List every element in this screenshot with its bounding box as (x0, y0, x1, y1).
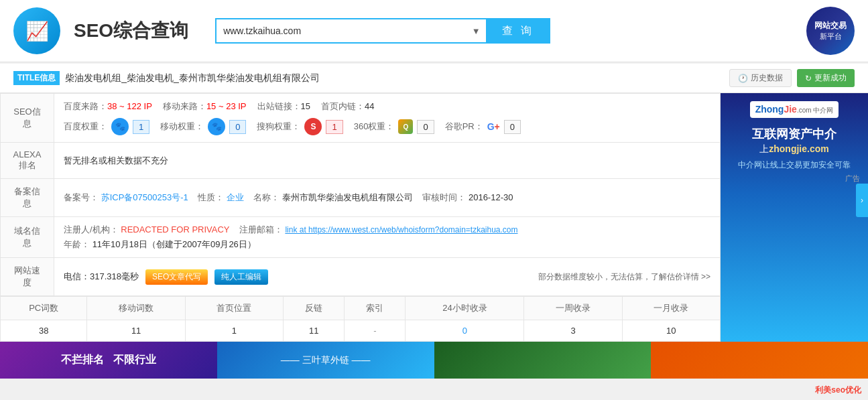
beian-num-link[interactable]: 苏ICP备07500253号-1 (101, 192, 188, 202)
title-actions: 🕐 历史数据 ↻ 更新成功 (729, 69, 855, 87)
search-input[interactable] (215, 18, 467, 44)
speed-row-inner: 电信：317.318毫秒 SEO文章代写 纯人工编辑 部分数据维度较小，无法估算… (64, 269, 710, 285)
seo-line1: 百度来路：38 ~ 122 IP 移动来路：15 ~ 23 IP 出站链接：15… (64, 101, 710, 113)
search-button[interactable]: 查 询 (486, 18, 550, 44)
ad-label: 广告 (729, 174, 860, 184)
audit-label: 审核时间： (422, 192, 466, 202)
mobile-icon: 🐾 (208, 118, 225, 135)
baidu-weight-value: 1 (133, 120, 149, 134)
stats-header-month: 一月收录 (622, 297, 720, 320)
banner1[interactable]: 不拦排名 不限行业 (0, 342, 217, 379)
domain-line2: 年龄： 11年10月18日（创建于2007年09月26日） (64, 239, 710, 251)
weight360-icon: Q (398, 119, 413, 134)
search-dropdown[interactable]: ▼ (467, 18, 486, 44)
left-content: SEO信息 百度来路：38 ~ 122 IP 移动来路：15 ~ 23 IP 出… (0, 93, 721, 342)
stats-header-pos: 首页位置 (185, 297, 283, 320)
banner4[interactable] (651, 342, 868, 379)
audit-date: 2016-12-30 (469, 192, 513, 202)
refresh-icon: ↻ (805, 74, 812, 83)
mobile-flow-label: 移动来路：15 ~ 23 IP (163, 101, 247, 113)
beian-name: 泰州市凯华柴油发电机组有限公司 (282, 192, 413, 202)
stats-header-backlink: 反链 (284, 297, 345, 320)
baidu-weight-group: 百度权重： 🐾 1 (64, 118, 149, 135)
search-area: ▼ 查 询 (215, 18, 550, 44)
stats-header-mobile: 移动词数 (87, 297, 185, 320)
speed-content: 电信：317.318毫秒 SEO文章代写 纯人工编辑 部分数据维度较小，无法估算… (54, 258, 721, 296)
alexa-row: ALEXA排名 暂无排名或相关数据不充分 (1, 143, 721, 179)
sogou-weight-value: 1 (326, 120, 343, 134)
beian-label: 备案信息 (1, 179, 54, 217)
mobile-weight-value: 0 (229, 120, 246, 134)
stats-month-value: 10 (622, 320, 720, 342)
content-area: SEO信息 百度来路：38 ~ 122 IP 移动来路：15 ~ 23 IP 出… (0, 93, 868, 342)
name-label: 名称： (253, 192, 280, 202)
ad-logo-text2: Jie (784, 104, 796, 115)
header: 📈 SEO综合查询 ▼ 查 询 网站交易 新平台 (0, 0, 868, 62)
email-label: 注册邮箱： (239, 224, 283, 235)
email-link[interactable]: link at https://www.west.cn/web/whoisfor… (285, 225, 517, 235)
sogou-weight-label: 搜狗权重： (257, 121, 300, 133)
google-pr-label: 谷歌PR： (445, 121, 483, 133)
stats-pos-value: 1 (185, 320, 283, 342)
estimate-anchor[interactable]: 部分数据维度较小，无法估算，了解估价详情 >> (538, 272, 710, 281)
ad-tagline3: 中介网让线上交易更加安全可靠 (729, 159, 860, 171)
baidu-weight-label: 百度权重： (64, 121, 107, 133)
title-bar: TITLE信息 柴油发电机组_柴油发电机_泰州市凯华柴油发电机组有限公司 🕐 历… (0, 64, 868, 93)
speed-value: 电信：317.318毫秒 (64, 271, 139, 283)
clock-icon: 🕐 (738, 74, 748, 83)
domain-content: 注册人/机构： REDACTED FOR PRIVACY 注册邮箱： link … (54, 217, 721, 258)
age-value: 11年10月18日（创建于2007年09月26日） (92, 239, 256, 249)
stats-24h-value: 0 (406, 320, 524, 342)
mobile-weight-label: 移动权重： (160, 121, 204, 133)
badge-line1: 网站交易 (814, 20, 847, 31)
website-badge[interactable]: 网站交易 新平台 (806, 7, 855, 55)
domain-label: 域名信息 (1, 217, 54, 258)
nature-link[interactable]: 企业 (227, 192, 244, 202)
google-pr-value: 0 (504, 120, 521, 134)
registrant-label: 注册人/机构： (64, 224, 119, 235)
domain-line1: 注册人/机构： REDACTED FOR PRIVACY 注册邮箱： link … (64, 224, 710, 236)
ad-panel[interactable]: ZhongJie.com 中介网 互联网资产中介 上zhongjie.com 中… (721, 93, 868, 342)
alexa-label: ALEXA排名 (1, 143, 54, 179)
info-table: SEO信息 百度来路：38 ~ 122 IP 移动来路：15 ~ 23 IP 出… (0, 93, 721, 296)
stats-table: PC词数 移动词数 首页位置 反链 索引 24小时收录 一周收录 一月收录 38… (0, 296, 721, 342)
ad-tagline1: 互联网资产中介 (729, 126, 860, 142)
stats-header-row: PC词数 移动词数 首页位置 反链 索引 24小时收录 一周收录 一月收录 (1, 297, 721, 320)
banner2[interactable]: —— 三叶草外链 —— (217, 342, 434, 379)
weight360-label: 360权重： (354, 121, 395, 133)
beian-num-label: 备案号： (64, 192, 99, 202)
title-badge: TITLE信息 (13, 71, 60, 85)
badge-line2: 新平台 (820, 31, 842, 42)
stats-backlink-value: 11 (284, 320, 345, 342)
speed-label: 网站速度 (1, 258, 54, 296)
seo-line2: 百度权重： 🐾 1 移动权重： 🐾 0 (64, 118, 710, 135)
seo-writing-btn[interactable]: SEO文章代写 (145, 269, 208, 285)
alexa-content: 暂无排名或相关数据不充分 (54, 143, 721, 179)
pure-edit-btn[interactable]: 纯人工编辑 (214, 269, 268, 285)
sogou-weight-group: 搜狗权重： S 1 (257, 118, 343, 135)
registrant-link[interactable]: REDACTED FOR PRIVACY (121, 224, 229, 235)
estimate-link: 部分数据维度较小，无法估算，了解估价详情 >> (538, 271, 710, 283)
stats-week-value: 3 (524, 320, 622, 342)
sogou-icon: S (304, 118, 322, 135)
stats-header-index: 索引 (345, 297, 406, 320)
scroll-arrow[interactable]: › (856, 184, 868, 217)
banner1-text: 不拦排名 不限行业 (61, 353, 156, 367)
google-pr-group: 谷歌PR： G+ 0 (445, 120, 521, 134)
stats-data-row: 38 11 1 11 - 0 3 10 (1, 320, 721, 342)
bottom-banners: 不拦排名 不限行业 —— 三叶草外链 —— (0, 342, 868, 379)
banner3[interactable] (434, 342, 652, 379)
history-button[interactable]: 🕐 历史数据 (729, 69, 792, 87)
outbound-label: 出站链接：15 (257, 101, 310, 113)
refresh-button[interactable]: ↻ 更新成功 (797, 69, 855, 87)
weight360-group: 360权重： Q 0 (354, 119, 434, 134)
baidu-flow-label: 百度来路：38 ~ 122 IP (64, 101, 152, 113)
main-content: SEO信息 百度来路：38 ~ 122 IP 移动来路：15 ~ 23 IP 出… (0, 93, 868, 379)
baidu-icon: 🐾 (111, 118, 129, 135)
weight360-value: 0 (417, 120, 434, 134)
ad-logo-text: Zhong (755, 104, 784, 115)
right-ad: ZhongJie.com 中介网 互联网资产中介 上zhongjie.com 中… (721, 93, 868, 342)
stats-pc-value: 38 (1, 320, 87, 342)
age-label: 年龄： (64, 239, 90, 249)
ad-tagline2-site: zhongjie.com (769, 143, 828, 154)
